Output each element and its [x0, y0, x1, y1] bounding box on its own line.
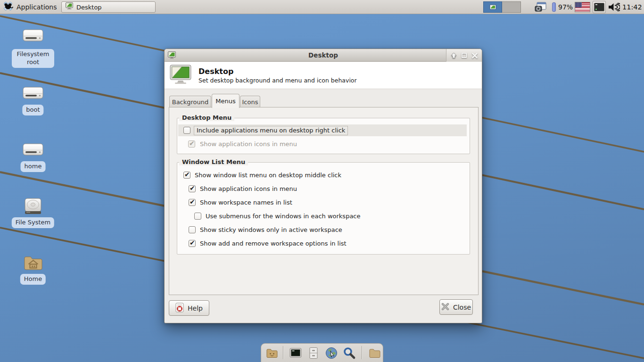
titlebar-buttons	[446, 49, 482, 62]
close-x-icon	[441, 303, 449, 312]
checkbox-row[interactable]: Show sticky windows only in active works…	[189, 224, 342, 235]
checkbox-checked[interactable]	[183, 172, 190, 179]
help-button[interactable]: Help	[169, 300, 209, 316]
workspace-2[interactable]	[502, 1, 521, 13]
checkbox-checked[interactable]	[189, 199, 196, 206]
window-title: Desktop	[165, 49, 482, 62]
titlebar[interactable]: Desktop	[165, 49, 482, 62]
volume-speaker-icon[interactable]	[608, 0, 620, 14]
top-panel: Applications Desktop	[0, 0, 644, 14]
checkbox-checked[interactable]	[189, 185, 196, 192]
shade-window-button[interactable]	[450, 52, 457, 59]
checkbox-checked[interactable]	[189, 240, 196, 247]
checkbox-label[interactable]: Use submenus for the windows in each wor…	[206, 213, 361, 220]
checkbox-row[interactable]: Show workspace names in list	[189, 197, 292, 208]
web-browser-icon[interactable]	[325, 346, 338, 360]
close-button-label: Close	[453, 304, 471, 311]
terminal-launcher-icon[interactable]	[289, 346, 302, 360]
dock-separator	[283, 346, 283, 359]
desktop-icon-label[interactable]: boot	[22, 105, 43, 115]
help-icon	[175, 303, 184, 314]
header-subtitle: Set desktop background and menu and icon…	[198, 77, 357, 84]
checkbox-row[interactable]: Show window list menu on desktop middle …	[183, 170, 341, 181]
header-title: Desktop	[198, 66, 357, 77]
folder-launcher-icon[interactable]	[368, 346, 381, 360]
applications-menu-button[interactable]: Applications	[0, 0, 62, 14]
header-text: Desktop Set desktop background and menu …	[198, 66, 357, 84]
search-icon[interactable]	[343, 346, 356, 360]
desktop-icon-boot[interactable]	[22, 85, 44, 104]
desktop-screen: Applications Desktop	[0, 0, 644, 362]
taskbar-window-label: Desktop	[76, 4, 102, 11]
close-window-button[interactable]	[471, 52, 479, 59]
checkbox-label[interactable]: Show application icons in menu	[200, 185, 297, 192]
checkbox-row[interactable]: Use submenus for the windows in each wor…	[194, 211, 361, 222]
panel-clock[interactable]: 11:42	[622, 0, 642, 14]
bottom-dock	[261, 343, 383, 362]
applications-menu-label: Applications	[17, 3, 57, 11]
xfce-mouse-icon	[3, 1, 13, 13]
keyboard-layout-flag-us[interactable]	[575, 2, 590, 12]
close-button[interactable]: Close	[439, 299, 473, 315]
file-cabinet-icon[interactable]	[307, 346, 320, 360]
desktop-icon-label[interactable]: File System	[12, 217, 54, 228]
checkbox-label[interactable]: Show window list menu on desktop middle …	[195, 172, 341, 179]
tab-icons[interactable]: Icons	[240, 96, 260, 107]
checkbox-row[interactable]: Show application icons in menu	[189, 183, 297, 194]
desktop-icon-home-partition[interactable]	[22, 141, 44, 160]
checkbox-unchecked[interactable]	[194, 213, 201, 220]
desktop-settings-icon	[169, 64, 192, 87]
battery-indicator-bar[interactable]	[552, 2, 556, 12]
desktop-icon-home-folder[interactable]	[22, 253, 44, 274]
group-desktop-menu: Desktop Menu Include applications menu o…	[177, 118, 470, 154]
desktop-icon-label[interactable]: Filesystem root	[12, 49, 54, 68]
tab-background[interactable]: Background	[169, 96, 211, 107]
taskbar-window-button[interactable]: Desktop	[61, 1, 156, 13]
group-legend: Window List Menu	[179, 158, 248, 165]
tab-page-menus: Desktop Menu Include applications menu o…	[169, 107, 479, 295]
checkbox-label[interactable]: Show add and remove workspace options in…	[200, 240, 347, 247]
workspace-pager	[483, 1, 521, 13]
group-legend: Desktop Menu	[179, 114, 234, 121]
file-manager-icon[interactable]	[265, 346, 279, 360]
flag-canton	[575, 2, 582, 8]
checkbox-unchecked[interactable]	[183, 127, 190, 134]
checkbox-label[interactable]: Include applications menu on desktop rig…	[194, 126, 348, 135]
desktop-icon-filesystem-root[interactable]	[22, 27, 44, 46]
desktop-icon-label[interactable]: Home	[20, 274, 46, 285]
desktop-icon-file-system[interactable]	[22, 197, 44, 218]
desktop-settings-window: Desktop	[164, 49, 482, 323]
checkbox-label[interactable]: Show workspace names in list	[200, 199, 292, 206]
window-monitor-icon	[66, 2, 73, 12]
workspace-1-active[interactable]	[483, 1, 502, 13]
battery-percent: 97%	[558, 0, 573, 14]
checkbox-unchecked[interactable]	[189, 226, 196, 233]
desktop-icon-label[interactable]: home	[21, 161, 46, 172]
checkbox-row[interactable]: Show add and remove workspace options in…	[189, 238, 347, 249]
dock-separator	[362, 346, 362, 359]
checkbox-label[interactable]: Show sticky windows only in active works…	[200, 226, 342, 233]
screenshot-tool-tray-icon[interactable]	[535, 0, 546, 14]
checkbox-checked-disabled	[188, 140, 195, 148]
maximize-window-button[interactable]	[461, 52, 468, 59]
checkbox-row[interactable]: Show application icons in menu	[188, 139, 297, 149]
tab-menus[interactable]: Menus	[212, 94, 239, 108]
group-window-list-menu: Window List Menu Show window list menu o…	[177, 162, 470, 255]
dialog-header: Desktop Set desktop background and menu …	[165, 62, 482, 89]
terminal-tray-icon[interactable]	[593, 1, 606, 13]
checkbox-label: Show application icons in menu	[200, 140, 297, 148]
help-button-label: Help	[188, 304, 203, 312]
checkbox-row[interactable]: Include applications menu on desktop rig…	[183, 125, 348, 136]
